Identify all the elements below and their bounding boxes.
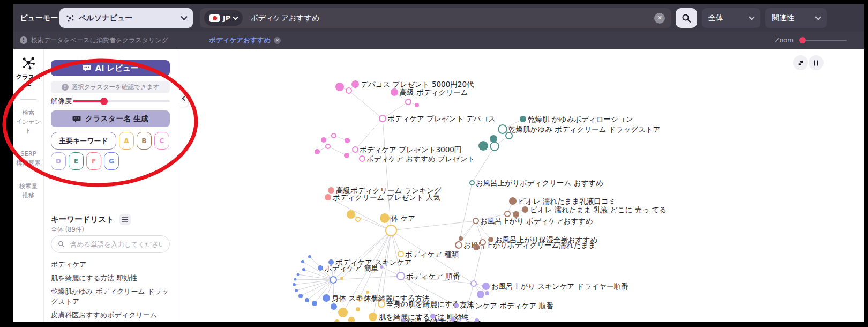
cluster-icon[interactable] xyxy=(21,56,36,70)
graph-node[interactable] xyxy=(473,244,480,250)
graph-node[interactable] xyxy=(490,135,497,143)
graph-node[interactable] xyxy=(301,260,304,263)
nav-item-search-volume[interactable]: 検索量推移 xyxy=(13,182,43,200)
cluster-chip-D[interactable]: D xyxy=(51,152,66,170)
graph-node[interactable] xyxy=(346,88,351,93)
cluster-chip-G[interactable]: G xyxy=(104,152,119,170)
graph-node[interactable] xyxy=(356,217,360,221)
graph-node[interactable] xyxy=(459,236,463,241)
graph-node[interactable] xyxy=(478,141,488,151)
graph-node[interactable] xyxy=(451,317,455,322)
generate-cluster-name-button[interactable]: クラスター名 生成 xyxy=(51,110,170,127)
graph-node[interactable] xyxy=(353,147,358,152)
graph-node[interactable] xyxy=(308,255,311,258)
graph-node[interactable] xyxy=(485,291,489,295)
keyword-list-item[interactable]: ボディケア xyxy=(51,258,170,271)
graph-node[interactable] xyxy=(380,213,390,223)
keyword-search-input[interactable] xyxy=(69,240,163,249)
graph-node[interactable] xyxy=(298,294,303,298)
country-select[interactable]: JP xyxy=(204,10,243,26)
nav-item-search-intent[interactable]: 検索インテント xyxy=(13,108,43,136)
graph-node[interactable] xyxy=(473,218,478,224)
nav-item-cluster[interactable]: クラスター xyxy=(13,72,43,91)
hamburger-menu-icon[interactable] xyxy=(119,214,131,225)
graph-node[interactable] xyxy=(480,240,485,245)
graph-node[interactable] xyxy=(293,283,296,286)
zoom-slider[interactable] xyxy=(800,40,847,41)
graph-node[interactable] xyxy=(338,308,348,317)
graph-node[interactable] xyxy=(391,88,398,96)
graph-node[interactable] xyxy=(505,211,510,217)
graph-node[interactable] xyxy=(321,137,326,143)
graph-node[interactable] xyxy=(360,156,365,161)
cluster-chip-A[interactable]: A xyxy=(119,132,134,150)
query-tag[interactable]: ボディケアおすすめ ✕ xyxy=(209,32,281,49)
graph-node[interactable] xyxy=(351,80,359,88)
nav-item-serp-elements[interactable]: SERP構成要素 xyxy=(13,150,43,168)
graph-node[interactable] xyxy=(356,307,360,311)
graph-node[interactable] xyxy=(477,291,484,298)
graph-node[interactable] xyxy=(323,294,330,302)
graph-node[interactable] xyxy=(332,133,336,138)
graph-node[interactable] xyxy=(482,283,490,290)
graph-node[interactable] xyxy=(460,318,467,322)
graph-node[interactable] xyxy=(294,278,297,281)
search-button[interactable] xyxy=(676,8,697,28)
sort-select[interactable]: 関連性 xyxy=(765,8,827,28)
graph-node[interactable] xyxy=(522,206,528,213)
graph-node[interactable] xyxy=(415,103,419,107)
graph-node[interactable] xyxy=(398,251,403,257)
resolution-slider-thumb[interactable] xyxy=(100,98,108,105)
resolution-slider[interactable] xyxy=(73,100,170,102)
graph-node[interactable] xyxy=(345,138,350,143)
search-input[interactable] xyxy=(243,14,654,23)
graph-node[interactable] xyxy=(340,277,343,280)
keyword-search-box[interactable] xyxy=(51,235,170,253)
graph-node[interactable] xyxy=(330,277,336,283)
panel-collapse-button[interactable] xyxy=(179,90,189,107)
graph-node[interactable] xyxy=(498,125,507,133)
keyword-list-item[interactable]: 乾燥肌かゆみ ボディクリーム ドラッグストア xyxy=(51,285,170,308)
graph-node[interactable] xyxy=(454,303,459,308)
graph-node[interactable] xyxy=(379,115,386,122)
graph-node[interactable] xyxy=(318,265,323,271)
main-keyword-button[interactable]: 主要キーワード xyxy=(51,132,116,150)
graph-node[interactable] xyxy=(509,197,517,205)
graph-node[interactable] xyxy=(335,83,344,91)
view-mode-select[interactable]: ペルソナビュー xyxy=(59,8,193,28)
clear-search-icon[interactable]: ✕ xyxy=(654,13,665,24)
graph-node[interactable] xyxy=(455,242,462,248)
graph-node[interactable] xyxy=(506,132,512,139)
graph-node[interactable] xyxy=(347,210,355,219)
zoom-slider-thumb[interactable] xyxy=(799,37,806,43)
keyword-list-item[interactable]: 肌を綺麗にする方法 即効性 xyxy=(51,271,170,285)
graph-node[interactable] xyxy=(315,149,320,154)
graph-node[interactable] xyxy=(295,289,298,292)
graph-node[interactable] xyxy=(386,225,396,236)
graph-node[interactable] xyxy=(520,116,526,122)
graph-node[interactable] xyxy=(334,319,340,322)
graph-node[interactable] xyxy=(406,99,411,105)
cluster-chip-E[interactable]: E xyxy=(69,152,84,170)
cluster-chip-B[interactable]: B xyxy=(137,132,152,150)
graph-node[interactable] xyxy=(470,181,474,185)
fullscreen-button[interactable] xyxy=(793,55,808,70)
graph-node[interactable] xyxy=(471,281,476,286)
ai-review-button[interactable]: AI レビュー xyxy=(51,60,170,76)
graph-node[interactable] xyxy=(297,273,300,276)
graph-node[interactable] xyxy=(326,144,330,148)
graph-node[interactable] xyxy=(344,153,349,158)
graph-node[interactable] xyxy=(312,301,317,306)
cluster-chip-F[interactable]: F xyxy=(86,152,101,170)
graph-node[interactable] xyxy=(369,313,377,321)
scope-select[interactable]: 全体 xyxy=(702,8,760,28)
graph-node[interactable] xyxy=(490,142,499,151)
keyword-list-item[interactable]: 皮膚科医おすすめボディクリーム xyxy=(51,308,170,322)
graph-node[interactable] xyxy=(325,194,331,200)
graph-node[interactable] xyxy=(305,298,309,302)
graph-node[interactable] xyxy=(380,265,383,269)
graph-node[interactable] xyxy=(397,272,405,280)
remove-tag-icon[interactable]: ✕ xyxy=(274,37,281,44)
graph-node[interactable] xyxy=(348,317,355,322)
graph-node[interactable] xyxy=(302,268,305,271)
